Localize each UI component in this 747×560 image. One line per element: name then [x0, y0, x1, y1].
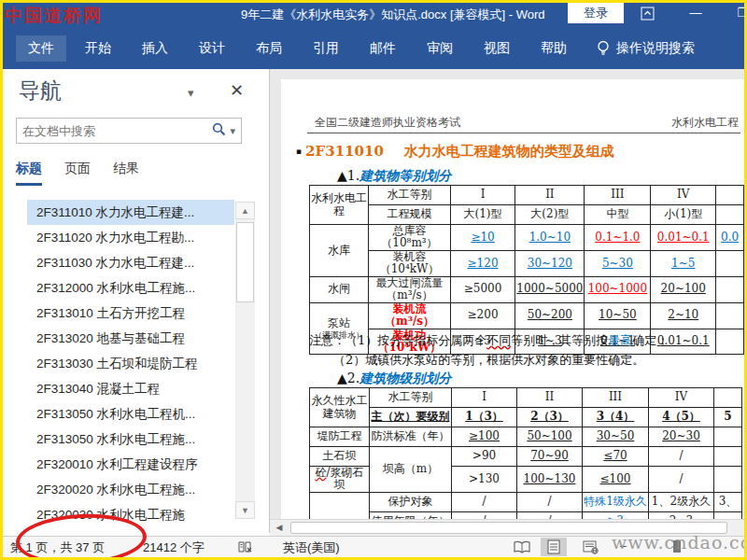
scroll-up-icon[interactable]: ▲ — [235, 202, 255, 219]
document-page[interactable]: 全国二级建造师执业资格考试 水利水电工程 ▪2F311010水力水电工程建筑物的… — [281, 79, 744, 519]
proofing-error-icon[interactable] — [238, 540, 254, 556]
table-cell: >90 — [452, 447, 517, 467]
table-cell: 0.0 — [716, 225, 744, 251]
subsection-marker: ▲2. — [337, 371, 359, 385]
level-classification-table: 永久性水工建筑物水工等别IIIIIIIV主（次）要级别1（3）2（3）3（4）4… — [309, 387, 742, 519]
ribbon-tab-邮件[interactable]: 邮件 — [358, 35, 408, 62]
table-cell — [714, 388, 742, 408]
ribbon-tab-开始[interactable]: 开始 — [73, 35, 123, 62]
table-cell: II — [517, 388, 583, 408]
subsection-marker: ▲1. — [337, 168, 359, 183]
nav-heading-item[interactable]: 2F311020 水力水电工程勘... — [27, 225, 234, 250]
ribbon-display-options-icon[interactable] — [634, 7, 660, 23]
nav-tab-headings[interactable]: 标题 — [16, 161, 42, 186]
table-cell: 水工等别 — [370, 388, 452, 408]
table-cell: >3 — [583, 511, 649, 519]
ribbon-tab-strip: 文件开始插入设计布局引用邮件审阅视图帮助操作说明搜索 — [3, 26, 744, 69]
nav-heading-item[interactable]: 2F312000 水利水电工程施... — [27, 275, 234, 301]
table-cell — [714, 511, 742, 519]
table-cell: 2~3 — [649, 511, 714, 519]
nav-heading-item[interactable]: 2F313040 混凝土工程 — [27, 376, 234, 401]
table-cell: ≤100 — [583, 467, 649, 493]
language-indicator[interactable]: 英语(美国) — [283, 539, 340, 556]
table-cell: ≥100 — [452, 427, 517, 447]
table-cell: 主（次）要级别 — [370, 408, 452, 427]
nav-heading-item[interactable]: 2F311010 水力水电工程建... — [27, 200, 234, 225]
ribbon-tab-引用[interactable]: 引用 — [301, 35, 351, 62]
ribbon-tab-审阅[interactable]: 审阅 — [415, 35, 465, 62]
table-cell: 总库容（10⁸m³） — [369, 225, 451, 251]
scroll-down-icon[interactable]: ▼ — [235, 501, 255, 519]
table-cell: 水闸 — [310, 276, 369, 302]
login-button[interactable]: 登录 — [568, 3, 624, 23]
nav-heading-item[interactable]: 2F313050 水利水电工程施... — [27, 427, 234, 452]
nav-heading-item[interactable]: 2F320010 水利工程建设程序 — [27, 452, 234, 477]
table-cell: 30~50 — [583, 427, 649, 447]
document-area: 全国二级建造师执业资格考试 水利水电工程 ▪2F311010水力水电工程建筑物的… — [270, 69, 744, 519]
section-heading: ▪2F311010水力水电工程建筑物的类型及组成 — [296, 143, 614, 161]
navigation-pane: 导航 ▾ ✕ ▾ 标题 页面 结果 2F311010 水力水电工程建...2F3… — [3, 69, 270, 533]
ribbon-tab-设计[interactable]: 设计 — [187, 35, 237, 62]
table-cell: 1000~5000 — [515, 276, 585, 302]
search-input[interactable] — [17, 124, 212, 138]
table-cell — [716, 205, 744, 225]
search-dropdown-icon[interactable]: ▾ — [230, 125, 235, 137]
table-cell — [716, 329, 744, 355]
nav-heading-item[interactable]: 2F313030 土石坝和堤防工程 — [27, 351, 234, 376]
search-icon[interactable] — [212, 122, 226, 140]
ribbon-tab-插入[interactable]: 插入 — [130, 35, 180, 62]
nav-options-dropdown-icon[interactable]: ▾ — [188, 86, 194, 100]
table-cell: ≥120 — [450, 250, 514, 276]
scroll-left-icon[interactable]: ◀ — [272, 522, 287, 534]
table-cell: / — [649, 447, 714, 467]
table-cell: 4（5） — [649, 408, 714, 427]
ribbon-tab-布局[interactable]: 布局 — [244, 35, 294, 62]
word-count[interactable]: 21412 个字 — [143, 539, 204, 556]
table-cell: I — [452, 388, 517, 408]
nav-heading-item[interactable]: 2F320020 水利水电工程施... — [27, 477, 234, 502]
nav-close-icon[interactable]: ✕ — [230, 80, 244, 101]
ribbon-tab-帮助[interactable]: 帮助 — [529, 35, 579, 62]
heading-code: 2F311010 — [305, 143, 384, 160]
table-cell: ≤70 — [583, 447, 649, 467]
nav-heading-item[interactable]: 2F320030 水利水电工程施 — [27, 502, 234, 527]
nav-scrollbar[interactable]: ▲ ▼ — [235, 202, 255, 519]
table-cell: 水利水电工程 — [310, 186, 369, 225]
table-cell: 10~50 — [585, 302, 651, 329]
ribbon-tab-文件[interactable]: 文件 — [16, 35, 66, 62]
minimize-button[interactable]: — — [683, 6, 709, 20]
table-cell: 大(1)型 — [450, 205, 514, 225]
read-mode-button[interactable] — [509, 538, 535, 556]
title-bar: 9年二建《水利水电实务》知识点.docx [兼容模式] - Word 登录 — … — [3, 3, 744, 26]
web-layout-button[interactable] — [578, 538, 604, 556]
print-layout-button[interactable] — [541, 538, 567, 556]
document-title: 9年二建《水利水电实务》知识点.docx [兼容模式] - Word — [241, 7, 545, 23]
table-cell: 大(2)型 — [515, 205, 585, 225]
nav-search-box: ▾ — [16, 118, 242, 144]
nav-tab-pages[interactable]: 页面 — [64, 161, 91, 186]
ribbon-tabs: 文件开始插入设计布局引用邮件审阅视图帮助操作说明搜索 — [16, 35, 695, 62]
nav-tab-results[interactable]: 结果 — [113, 161, 139, 186]
nav-heading-item[interactable]: 2F313050 水利水电工程机... — [27, 401, 234, 427]
table-cell: / — [517, 511, 583, 519]
nav-heading-item[interactable]: 2F311030 水力水电工程建... — [27, 250, 234, 275]
page-indicator[interactable]: 第 1 页，共 37 页 — [10, 539, 105, 556]
heading-title: 水力水电工程建筑物的类型及组成 — [404, 143, 614, 160]
note-line-1: 注意：（1）按分等指标分属两个不同等别时，其等别按最高确定； — [309, 331, 669, 351]
lightbulb-icon — [597, 40, 610, 57]
navigation-pane-title: 导航 — [19, 77, 62, 105]
nav-heading-item[interactable]: 2F313020 地基与基础工程 — [27, 326, 234, 351]
maximize-button[interactable]: ❐ — [729, 6, 747, 20]
table-cell: 工程规模 — [369, 205, 451, 225]
table-cell — [714, 427, 742, 447]
table-cell: 0.1~1.0 — [585, 225, 651, 251]
table-cell: 1（3） — [452, 408, 517, 427]
table-cell: 最大过闸流量（m³/s） — [369, 276, 451, 302]
header-rule — [307, 133, 740, 133]
nav-scrollbar-thumb[interactable] — [236, 222, 254, 302]
tell-me-search[interactable]: 操作说明搜索 — [597, 40, 695, 57]
table-cell: 2（3） — [517, 408, 583, 427]
table-cell: 中型 — [585, 205, 651, 225]
nav-heading-item[interactable]: 2F313010 土石方开挖工程 — [27, 301, 234, 326]
ribbon-tab-视图[interactable]: 视图 — [472, 35, 522, 62]
